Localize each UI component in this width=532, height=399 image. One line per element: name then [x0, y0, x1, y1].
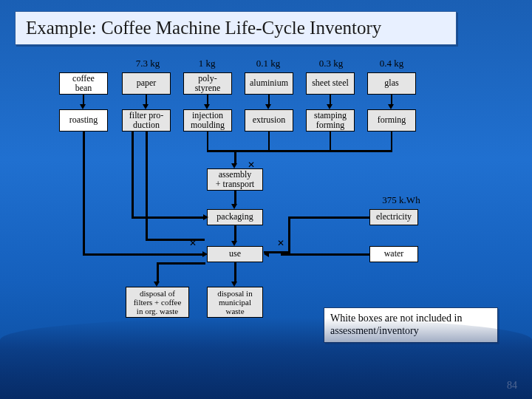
box-injection-moulding: injection moulding	[183, 109, 232, 132]
box-disposal-organic: disposal of filters + coffee in org. was…	[126, 287, 189, 318]
box-aluminium: aluminium	[245, 72, 293, 95]
mass-aluminium: 0.1 kg	[246, 58, 290, 69]
box-roasting: roasting	[59, 109, 108, 132]
box-water: water	[369, 246, 418, 262]
mass-glas: 0.4 kg	[369, 58, 414, 69]
box-forming: forming	[367, 109, 416, 132]
flow-x-mark: ✕	[248, 160, 255, 169]
box-disposal-municipal: disposal in municipal waste	[207, 287, 263, 318]
slide: { "title": "Example: Coffee Machine Life…	[0, 0, 532, 399]
box-sheet-steel: sheet steel	[306, 72, 355, 95]
box-polystyrene: poly- styrene	[183, 72, 232, 95]
box-filter-production: filter pro- duction	[122, 109, 171, 132]
decorative-wave	[0, 318, 532, 399]
box-glas: glas	[367, 72, 416, 95]
box-coffee-bean: coffee bean	[59, 72, 108, 95]
box-extrusion: extrusion	[245, 109, 293, 132]
box-assembly-transport: assembly + transport	[207, 168, 263, 191]
mass-paper: 7.3 kg	[126, 58, 170, 69]
box-stamping-forming: stamping forming	[306, 109, 355, 132]
flow-x-mark: ✕	[277, 239, 284, 248]
mass-electricity: 375 k.Wh	[375, 194, 427, 206]
mass-sheet-steel: 0.3 kg	[309, 58, 353, 69]
box-electricity: electricity	[369, 209, 418, 225]
slide-title: Example: Coffee Machine Life-Cycle Inven…	[15, 11, 457, 45]
box-packaging: packaging	[207, 209, 263, 225]
box-use: use	[207, 246, 263, 262]
box-paper: paper	[122, 72, 171, 95]
mass-polystyrene: 1 kg	[185, 58, 229, 69]
